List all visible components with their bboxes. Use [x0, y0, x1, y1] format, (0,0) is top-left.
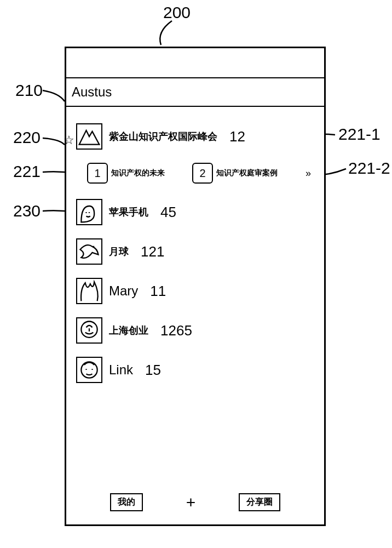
- callout-221-2: 221-2: [348, 159, 390, 178]
- sub-item-2[interactable]: 2 知识产权庭审案例: [192, 163, 278, 184]
- share-button[interactable]: 分享圈: [239, 493, 280, 511]
- callout-200: 200: [163, 3, 191, 22]
- featured-label: 紫金山知识产权国际峰会: [109, 130, 217, 143]
- status-bar: [66, 48, 324, 78]
- bird-icon: [76, 238, 102, 265]
- row-count: 45: [160, 204, 176, 221]
- face-icon: [76, 199, 102, 225]
- content-area: ☆ 紫金山知识产权国际峰会 12 1 知识产权的未来 2 知识产权庭审案例 »: [66, 107, 324, 383]
- sub-label-2: 知识产权庭审案例: [216, 168, 278, 178]
- list-item[interactable]: 苹果手机 45: [76, 199, 314, 225]
- sub-label-1: 知识产权的未来: [111, 168, 165, 178]
- list-item[interactable]: 月球 121: [76, 238, 314, 265]
- title-bar: Austus: [66, 78, 324, 107]
- featured-count: 12: [229, 128, 245, 145]
- sub-items-row: 1 知识产权的未来 2 知识产权庭审案例 »: [87, 163, 314, 184]
- mountain-icon: [76, 123, 102, 150]
- my-button[interactable]: 我的: [110, 493, 143, 511]
- device-frame: Austus ☆ 紫金山知识产权国际峰会 12 1 知识产权的未来 2 知识产权…: [65, 47, 326, 526]
- bottom-bar: 我的 + 分享圈: [66, 493, 324, 511]
- list-item[interactable]: 上海创业 1265: [76, 317, 314, 344]
- sub-item-1[interactable]: 1 知识产权的未来: [87, 163, 165, 184]
- row-label: 苹果手机: [109, 206, 148, 219]
- list-item[interactable]: Mary 11: [76, 278, 314, 304]
- chevron-right-icon[interactable]: »: [305, 168, 311, 179]
- callout-210: 210: [15, 81, 43, 100]
- callout-221: 221: [13, 162, 41, 181]
- row-count: 11: [150, 283, 166, 300]
- row-count: 121: [141, 243, 164, 260]
- row-count: 15: [145, 362, 161, 379]
- callout-230: 230: [13, 202, 41, 220]
- flame-icon: [76, 278, 102, 304]
- list-item[interactable]: Link 15: [76, 357, 314, 383]
- sub-box-2: 2: [192, 163, 213, 184]
- star-icon: ☆: [64, 133, 74, 147]
- add-button[interactable]: +: [186, 494, 196, 511]
- row-label: Link: [109, 362, 133, 378]
- sub-box-1: 1: [87, 163, 108, 184]
- row-count: 1265: [160, 322, 192, 339]
- row-label: 上海创业: [109, 324, 148, 337]
- profile-icon: [76, 317, 102, 344]
- callout-221-1: 221-1: [338, 125, 381, 144]
- baby-icon: [76, 357, 102, 383]
- row-label: Mary: [109, 283, 138, 299]
- featured-row[interactable]: 紫金山知识产权国际峰会 12: [76, 123, 314, 150]
- row-label: 月球: [109, 245, 129, 258]
- page-title: Austus: [72, 84, 112, 100]
- callout-220: 220: [13, 128, 41, 147]
